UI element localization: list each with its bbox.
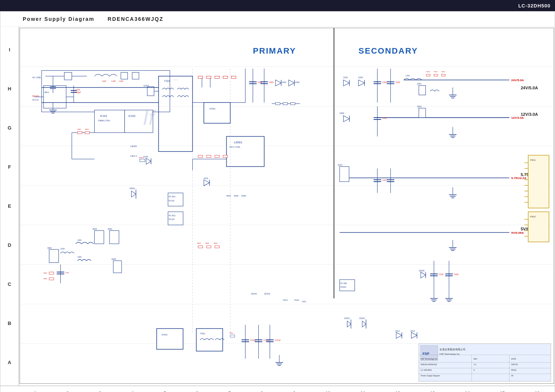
svg-text:Q201: Q201 [338, 164, 343, 166]
svg-text:PC102: PC102 [169, 218, 175, 220]
svg-text:L103: L103 [119, 80, 123, 82]
svg-marker-170 [396, 332, 402, 338]
page-container: LC-32DH500 Power Supply Diagram RDENCA36… [0, 0, 555, 392]
svg-text:R602: R602 [44, 278, 47, 280]
svg-rect-198 [283, 102, 287, 105]
svg-text:T101: T101 [164, 80, 170, 83]
svg-text:D108: D108 [144, 156, 148, 158]
svg-text:PFC CTRL: PFC CTRL [230, 146, 241, 148]
company-name-cn: 全漢企業股份有限公司 [439, 348, 466, 351]
svg-text:RN62: RN62 [205, 242, 209, 244]
svg-rect-221 [419, 108, 426, 118]
svg-rect-18 [121, 72, 127, 79]
svg-text:L201: L201 [406, 74, 410, 77]
svg-text:L601: L601 [78, 239, 82, 241]
svg-rect-292 [49, 278, 54, 280]
svg-text:330µF: 330µF [76, 91, 81, 93]
schematic-diagram: PRIMARY SECONDARY 24V/5.0A 12V/3.0A 5.75… [19, 26, 555, 386]
svg-text:C220: C220 [454, 273, 458, 275]
svg-text:PC-N21: PC-N21 [169, 195, 176, 198]
svg-text:DATE: DATE [511, 358, 517, 360]
svg-text:L102: L102 [111, 80, 116, 82]
svg-text:D202: D202 [359, 76, 363, 79]
svg-text:CY111: CY111 [264, 339, 269, 341]
svg-text:ZD50x: ZD50x [130, 187, 135, 189]
schematic-svg: PRIMARY SECONDARY 24V/5.0A 12V/3.0A 5.75… [19, 26, 555, 386]
svg-text:D2x2: D2x2 [410, 330, 415, 332]
svg-marker-301 [146, 158, 151, 164]
svg-text:Q601: Q601 [92, 228, 97, 230]
svg-marker-298 [132, 191, 136, 197]
svg-text:IC501: IC501 [162, 334, 168, 336]
svg-text:PWM CTRL: PWM CTRL [98, 119, 111, 122]
svg-text:R150-1: R150-1 [139, 157, 144, 159]
voltage-24v: 24V/5.0A [521, 86, 538, 90]
document-title: LC-32DH500 [518, 3, 551, 9]
svg-text:L602: L602 [60, 248, 64, 250]
svg-rect-41 [206, 76, 211, 79]
svg-text:D502: D502 [295, 81, 300, 83]
svg-rect-20 [44, 86, 66, 108]
svg-text:PAGE: PAGE [511, 369, 517, 371]
row-label-B: B [8, 321, 11, 326]
secondary-section-label: SECONDARY [359, 46, 418, 55]
svg-rect-29 [158, 76, 192, 152]
svg-marker-173 [411, 332, 417, 338]
svg-text:R902: R902 [85, 128, 89, 130]
svg-rect-267 [215, 246, 219, 248]
primary-section-label: PRIMARY [253, 46, 296, 55]
svg-rect-12 [64, 72, 72, 80]
svg-rect-219 [419, 86, 426, 95]
svg-text:C219: C219 [439, 273, 443, 275]
svg-marker-94 [343, 116, 349, 122]
svg-text:Q202: Q202 [417, 105, 422, 108]
svg-text:R901: R901 [78, 128, 81, 130]
svg-text:Q101: Q101 [144, 85, 149, 87]
svg-text:ZD202: ZD202 [359, 317, 365, 319]
svg-rect-40 [198, 76, 203, 79]
row-label-H: H [8, 86, 11, 92]
svg-text:R502: R502 [234, 195, 239, 197]
content-area: Power Supply Diagram RDENCA366WJQZ I H G… [0, 11, 555, 392]
svg-rect-72 [94, 230, 104, 243]
svg-rect-283 [49, 249, 59, 262]
svg-text:If: If [143, 106, 156, 129]
svg-text:D206: D206 [340, 112, 344, 114]
svg-text:T501: T501 [200, 332, 205, 335]
svg-text:PC-N21: PC-N21 [169, 214, 176, 217]
svg-text:D1A1: D1A1 [283, 299, 288, 301]
row-label-C: C [8, 281, 11, 287]
row-label-E: E [8, 203, 11, 209]
svg-text:D501: D501 [282, 81, 286, 83]
svg-text:R213: R213 [441, 71, 445, 73]
svg-rect-264 [223, 155, 227, 157]
svg-marker-77 [343, 80, 349, 86]
svg-text:FSP: FSP [423, 352, 429, 356]
svg-rect-74 [110, 230, 119, 243]
svg-text:L501: L501 [302, 300, 306, 303]
row-label-I: I [9, 47, 10, 52]
svg-text:RN63: RN63 [214, 242, 218, 244]
svg-rect-259 [230, 335, 235, 337]
svg-rect-246 [78, 131, 82, 134]
row-label-G: G [7, 125, 11, 131]
svg-text:RN5x: RN5x [230, 332, 233, 334]
svg-rect-261 [198, 155, 203, 157]
svg-text:BD1: BD1 [45, 91, 49, 93]
svg-text:D1A2: D1A2 [294, 299, 299, 301]
svg-text:AC LINE: AC LINE [32, 76, 41, 79]
svg-text:L101: L101 [102, 80, 106, 82]
svg-text:L601-1: L601-1 [130, 155, 138, 157]
svg-text:Power Supply Diagram: Power Supply Diagram [421, 375, 440, 377]
svg-text:SC101: SC101 [32, 95, 39, 97]
svg-text:R601: R601 [44, 272, 47, 274]
svg-rect-42 [215, 76, 219, 79]
svg-rect-265 [198, 246, 203, 248]
svg-text:LC-32DH500: LC-32DH500 [421, 369, 432, 371]
svg-text:R212: R212 [434, 71, 438, 73]
svg-text:L601: L601 [78, 256, 82, 258]
svg-text:PC-N61: PC-N61 [340, 282, 347, 284]
svg-text:Q602: Q602 [108, 228, 113, 230]
svg-text:PC601: PC601 [340, 286, 346, 288]
svg-text:PC101: PC101 [169, 200, 175, 202]
